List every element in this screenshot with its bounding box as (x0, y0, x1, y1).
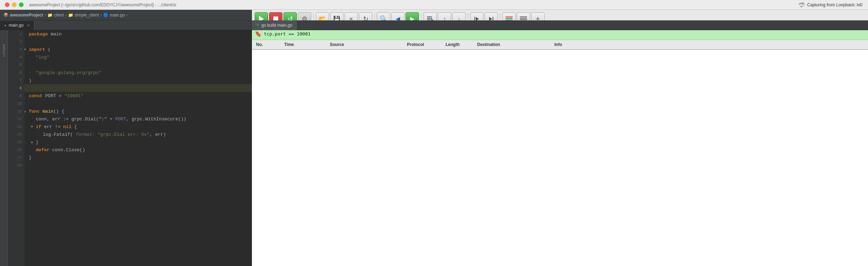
maximize-button[interactable] (19, 2, 24, 7)
svg-rect-2 (427, 19, 430, 20)
minimize-button[interactable] (12, 2, 16, 7)
code-line-11: ▶ func main() { (29, 107, 252, 115)
code-line-12: conn, err := grpc.Dial(":" + PORT, grpc.… (29, 115, 252, 123)
breadcrumb-sep1: › (45, 13, 46, 18)
col-header-info[interactable]: Info (552, 42, 867, 47)
breadcrumb-sep3: › (100, 13, 102, 18)
col-header-protocol[interactable]: Protocol (404, 42, 443, 47)
code-content[interactable]: package main ▼ import ( "log" "google.go… (25, 30, 252, 266)
breadcrumb-folder1-label[interactable]: client (54, 13, 64, 18)
filter-bookmark-icon: 🔖 (255, 31, 262, 37)
build-tab-label: go build main.go (261, 23, 292, 28)
code-line-3: ▼ import ( (29, 46, 252, 53)
code-line-15: ▲ } (29, 138, 252, 146)
code-line-14: log.Fatalf( format: "grpc.Dial err: %v",… (29, 131, 252, 138)
code-line-8 (25, 84, 252, 92)
svg-rect-12 (520, 18, 527, 19)
go-file-tab-label: main.go (9, 23, 24, 28)
breadcrumb-project-label[interactable]: awesomeProject (10, 13, 43, 18)
svg-rect-11 (520, 16, 527, 17)
breadcrumb-folder2-icon: 📁 (68, 13, 73, 18)
breadcrumb-folder2-label[interactable]: simple_client (75, 13, 99, 18)
breadcrumb-file-label[interactable]: main.go (110, 13, 125, 18)
breadcrumb-folder1-icon: 📁 (47, 13, 53, 18)
line-number-2: 2 (8, 38, 25, 46)
code-line-9: const PORT = "10001" (29, 92, 252, 100)
code-line-7: ) (29, 77, 252, 84)
line-number-16: 16 (8, 146, 25, 154)
breadcrumb: 📦 awesomeProject › 📁 client › 📁 simple_c… (4, 13, 128, 18)
code-area: 1 2 3 4 5 6 7 8 9 10 11 12 13 14 15 16 1… (8, 30, 252, 266)
line-number-12: 12 (8, 115, 25, 123)
go-file-tab-icon: ● (4, 23, 7, 27)
fold-btn-13[interactable]: ▼ (31, 125, 33, 129)
breadcrumb-file-icon: 🔵 (103, 13, 108, 18)
code-line-13: ▼ if err != nil { (29, 123, 252, 131)
line-number-15: 15 (8, 138, 25, 146)
side-panel-label[interactable]: 1-Project (2, 44, 6, 57)
line-number-1: 1 (8, 30, 25, 38)
wireshark-panel: ↺ ⚙ 📂 💾 ✕ ↻ (252, 10, 868, 266)
line-numbers: 1 2 3 4 5 6 7 8 9 10 11 12 13 14 15 16 1… (8, 30, 25, 266)
line-number-5: 5 (8, 61, 25, 69)
col-header-source[interactable]: Source (327, 42, 404, 47)
breadcrumb-project-icon: 📦 (4, 13, 8, 17)
line-number-3: 3 (8, 46, 25, 53)
code-line-10 (29, 100, 252, 107)
fold-btn-3[interactable]: ▼ (25, 48, 26, 52)
ide-tab-bar: 📦 awesomeProject › 📁 client › 📁 simple_c… (0, 10, 252, 20)
col-header-no[interactable]: No. (253, 42, 281, 47)
code-line-16: defer conn.Close() (29, 146, 252, 154)
line-number-4: 4 (8, 53, 25, 61)
title-bar: awesomeProject [~/go/src/github.com/EDDY… (0, 0, 868, 10)
svg-rect-0 (427, 16, 432, 17)
line-number-11: 11 (8, 107, 25, 115)
col-header-destination[interactable]: Destination (474, 42, 552, 47)
wireshark-capture-label: 🦈 Capturing from Loopback: lo0 (798, 1, 862, 8)
file-tab-row: ● main.go ✕ (0, 20, 252, 30)
line-number-6: 6 (8, 69, 25, 77)
code-line-2 (29, 38, 252, 46)
line-number-9: 9 (8, 92, 25, 100)
code-line-5 (29, 61, 252, 69)
line-number-18: 18 (8, 161, 25, 169)
svg-rect-1 (427, 18, 432, 19)
breadcrumb-sep2: › (65, 13, 67, 18)
code-line-1: package main (29, 30, 252, 38)
build-tab-close-icon[interactable]: ✕ (256, 23, 259, 27)
window-title: awesomeProject [~/go/src/github.com/EDDY… (29, 2, 176, 7)
build-tab-container: ✕ go build main.go (252, 20, 868, 30)
line-number-10: 10 (8, 100, 25, 107)
table-body (252, 50, 868, 266)
line-number-7: 7 (8, 77, 25, 84)
run-icon[interactable]: ▶ (25, 109, 26, 114)
line-number-17: 17 (8, 154, 25, 161)
main-go-tab[interactable]: ● main.go ✕ (0, 20, 34, 30)
code-line-4: "log" (29, 53, 252, 61)
col-header-time[interactable]: Time (281, 42, 327, 47)
wireshark-logo-icon: 🦈 (798, 1, 805, 8)
code-line-17: } (29, 154, 252, 161)
breadcrumb-end: › (126, 13, 128, 18)
svg-rect-13 (520, 19, 527, 20)
traffic-lights (5, 2, 24, 7)
svg-rect-8 (506, 16, 513, 18)
filter-input[interactable] (264, 30, 865, 38)
table-header: No. Time Source Protocol Length Destinat… (252, 40, 868, 50)
line-number-13: 13 (8, 123, 25, 131)
svg-rect-9 (506, 18, 513, 19)
go-file-tab-close[interactable]: ✕ (27, 24, 30, 27)
line-number-8: 8 (8, 84, 25, 92)
code-line-6: "google.golang.org/grpc" (29, 69, 252, 77)
line-number-14: 14 (8, 131, 25, 138)
code-line-18 (29, 161, 252, 169)
col-header-length[interactable]: Length (443, 42, 474, 47)
fold-btn-15: ▲ (31, 140, 33, 144)
build-tab[interactable]: ✕ go build main.go (252, 20, 297, 30)
close-button[interactable] (5, 2, 9, 7)
capturing-label: Capturing from Loopback: lo0 (807, 2, 862, 7)
side-panel-indicator: 1-Project (0, 30, 8, 266)
